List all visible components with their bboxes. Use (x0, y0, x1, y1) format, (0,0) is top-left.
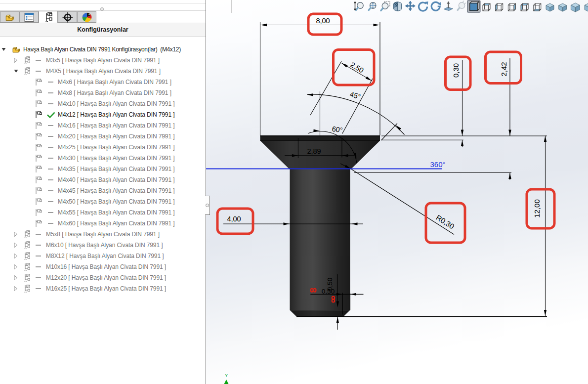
svg-text:8,00: 8,00 (316, 17, 330, 25)
svg-text:2,42: 2,42 (500, 62, 508, 76)
svg-text:0,50: 0,50 (322, 288, 335, 295)
svg-text:45°: 45° (349, 90, 361, 100)
svg-text:Y: Y (225, 373, 228, 378)
svg-text:12,00: 12,00 (533, 199, 541, 218)
svg-text:R0,30: R0,30 (434, 213, 456, 231)
svg-text:0,30: 0,30 (452, 63, 460, 78)
svg-text:60°: 60° (332, 125, 343, 134)
svg-text:4,00: 4,00 (227, 215, 241, 223)
svg-text:360°: 360° (430, 160, 445, 169)
svg-text:2,89: 2,89 (307, 147, 321, 155)
